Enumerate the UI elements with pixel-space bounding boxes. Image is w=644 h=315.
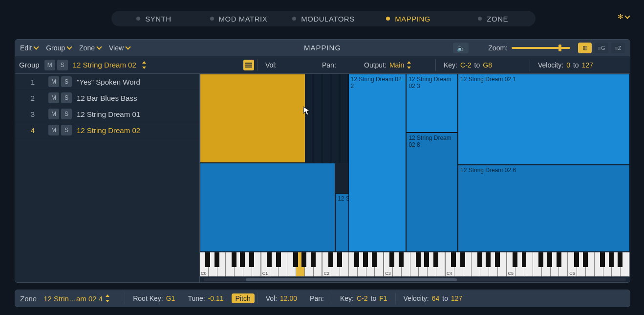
white-key[interactable] — [621, 252, 629, 276]
white-key[interactable] — [515, 252, 524, 276]
menu-edit[interactable]: Edit — [20, 44, 38, 52]
tab-mod-matrix[interactable]: MOD MATRIX — [196, 15, 281, 23]
white-key[interactable] — [603, 252, 612, 276]
zone-vol-value[interactable]: 12.00 — [280, 294, 297, 302]
white-key[interactable] — [331, 252, 340, 276]
group-row[interactable]: 2MS12 Bar Blues Bass — [15, 90, 199, 106]
zoom-slider[interactable] — [512, 47, 570, 49]
tab-zone[interactable]: ZONE — [451, 15, 536, 23]
white-key[interactable] — [217, 252, 226, 276]
octave[interactable]: C0 — [200, 252, 261, 276]
white-key[interactable] — [314, 252, 322, 276]
white-key[interactable] — [533, 252, 542, 276]
white-key[interactable] — [559, 252, 568, 276]
white-key[interactable] — [340, 252, 349, 276]
zone-box[interactable]: 12 String Dream 02 3 — [406, 74, 458, 133]
root-key-value[interactable]: G1 — [166, 294, 175, 302]
zone-key-lo[interactable]: C-2 — [357, 294, 368, 302]
zone-box[interactable]: 12 String Dream 02 2 — [348, 74, 407, 252]
tune-value[interactable]: -0.11 — [208, 294, 224, 302]
row-mute-button[interactable]: M — [48, 76, 59, 87]
white-key[interactable] — [235, 252, 243, 276]
white-key[interactable] — [489, 252, 498, 276]
white-key[interactable] — [480, 252, 489, 276]
white-key[interactable] — [349, 252, 358, 276]
white-key[interactable] — [524, 252, 533, 276]
white-key[interactable] — [393, 252, 402, 276]
row-mute-button[interactable]: M — [48, 92, 59, 103]
zone-velocity-lo[interactable]: 64 — [432, 294, 440, 302]
white-key[interactable] — [375, 252, 384, 276]
white-key[interactable] — [428, 252, 436, 276]
group-mute-button[interactable]: M — [44, 60, 55, 70]
velocity-lo[interactable]: 0 — [566, 61, 570, 69]
white-key[interactable] — [436, 252, 445, 276]
octave[interactable]: C1 — [261, 252, 323, 276]
white-key[interactable] — [252, 252, 261, 276]
list-view-button[interactable] — [243, 60, 254, 70]
row-solo-button[interactable]: S — [61, 92, 72, 103]
horizontal-scrollbar[interactable] — [200, 276, 630, 282]
white-key[interactable] — [279, 252, 287, 276]
menu-group[interactable]: Group — [46, 44, 71, 52]
octave[interactable]: C5 — [507, 252, 569, 276]
white-key[interactable] — [419, 252, 428, 276]
white-key[interactable] — [551, 252, 559, 276]
white-key[interactable] — [463, 252, 472, 276]
white-key[interactable] — [270, 252, 279, 276]
audition-button[interactable]: 🔈 — [453, 43, 469, 53]
group-select[interactable]: 12 String Dream 02 — [73, 61, 147, 69]
keyboard[interactable]: C0C1C2C3C4C5C6 — [200, 252, 630, 276]
row-mute-button[interactable]: M — [48, 109, 59, 119]
output-value[interactable]: Main — [389, 61, 404, 69]
key-lo[interactable]: C-2 — [460, 61, 472, 69]
row-mute-button[interactable]: M — [48, 125, 59, 135]
white-key[interactable] — [402, 252, 410, 276]
settings-menu[interactable]: ✻ — [618, 13, 629, 21]
white-key[interactable] — [612, 252, 621, 276]
zone-box[interactable] — [200, 74, 305, 163]
view-button-1[interactable]: ≡G — [595, 43, 608, 53]
white-key[interactable] — [586, 252, 595, 276]
group-row[interactable]: 1MS"Yes" Spoken Word — [15, 74, 199, 90]
zone-key-hi[interactable]: F1 — [379, 294, 387, 302]
white-key[interactable] — [287, 252, 296, 276]
white-key[interactable] — [410, 252, 419, 276]
octave[interactable]: C4 — [446, 252, 507, 276]
white-key[interactable] — [243, 252, 252, 276]
white-key[interactable] — [358, 252, 366, 276]
row-solo-button[interactable]: S — [61, 76, 72, 87]
white-key[interactable] — [577, 252, 586, 276]
tab-mapping[interactable]: MAPPING — [366, 15, 451, 23]
zone-box[interactable]: 12 String Dream 02 6 — [458, 165, 630, 252]
white-key[interactable] — [226, 252, 235, 276]
zone-canvas[interactable]: 12 String Dream 02 712 String Dream 02 2… — [200, 74, 630, 252]
zone-box[interactable]: 12 String Dream 02 8 — [406, 133, 458, 252]
menu-view[interactable]: View — [109, 44, 130, 52]
group-row[interactable]: 3MS12 String Dream 01 — [15, 106, 199, 122]
view-button-0[interactable]: ▥ — [578, 43, 592, 53]
pitch-button[interactable]: Pitch — [232, 293, 255, 303]
key-hi[interactable]: G8 — [483, 61, 492, 69]
group-solo-button[interactable]: S — [57, 60, 68, 70]
tab-modulators[interactable]: MODULATORS — [281, 15, 366, 23]
white-key[interactable] — [472, 252, 480, 276]
zone-box[interactable]: 12 String Dream 02 1 — [458, 74, 630, 165]
row-solo-button[interactable]: S — [61, 109, 72, 119]
zone-velocity-hi[interactable]: 127 — [451, 294, 462, 302]
white-key[interactable] — [366, 252, 375, 276]
white-key[interactable] — [542, 252, 551, 276]
white-key[interactable] — [209, 252, 217, 276]
zone-select[interactable]: 12 Strin…am 02 4 — [43, 294, 122, 303]
octave[interactable]: C3 — [384, 252, 446, 276]
row-solo-button[interactable]: S — [61, 125, 72, 135]
group-row[interactable]: 4MS12 String Dream 02 — [15, 122, 199, 138]
octave[interactable]: C6 — [568, 252, 630, 276]
white-key[interactable] — [595, 252, 603, 276]
view-button-2[interactable]: ≡Z — [611, 43, 625, 53]
velocity-hi[interactable]: 127 — [582, 61, 593, 69]
white-key[interactable] — [296, 252, 305, 276]
white-key[interactable] — [498, 252, 507, 276]
stepper-icon[interactable] — [407, 61, 412, 69]
tab-synth[interactable]: SYNTH — [111, 15, 196, 23]
